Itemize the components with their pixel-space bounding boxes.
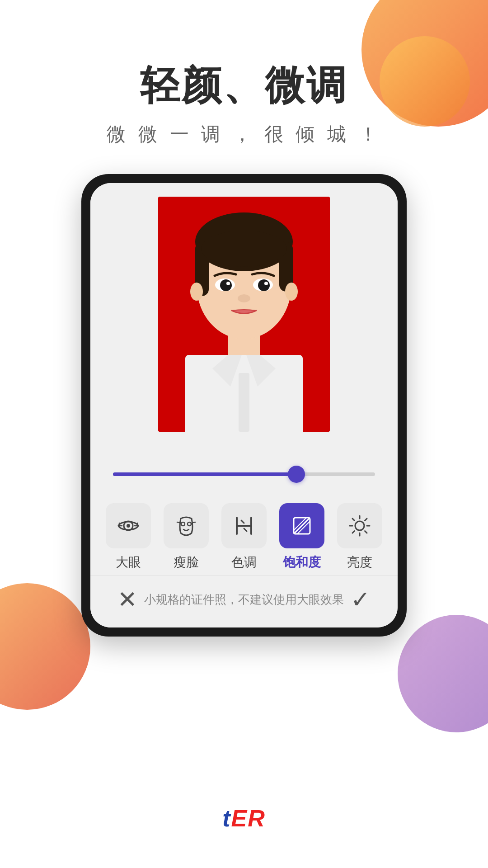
tools-row: 大眼 瘦脸 <box>90 494 398 576</box>
svg-point-23 <box>188 522 191 526</box>
svg-line-38 <box>352 519 355 521</box>
svg-line-40 <box>365 519 367 521</box>
slider-track[interactable] <box>113 472 375 476</box>
tool-label-brightness: 亮度 <box>347 554 372 571</box>
tool-icon-saturation[interactable] <box>279 503 324 548</box>
slider-fill <box>113 472 296 476</box>
phone-mockup: 大眼 瘦脸 <box>81 174 407 637</box>
svg-point-18 <box>190 283 203 301</box>
face-icon <box>174 514 198 538</box>
person-illustration <box>158 197 330 432</box>
confirm-icon: ✓ <box>351 586 371 613</box>
cancel-icon: ✕ <box>117 586 137 613</box>
photo-area <box>90 183 398 432</box>
svg-point-17 <box>238 294 250 302</box>
svg-rect-5 <box>239 373 249 432</box>
passport-photo <box>158 197 330 432</box>
tool-icon-brightness[interactable] <box>337 503 382 548</box>
tool-brightness[interactable]: 亮度 <box>331 503 389 571</box>
bottom-bar: ✕ 小规格的证件照，不建议使用大眼效果 ✓ <box>90 576 398 627</box>
cancel-button[interactable]: ✕ <box>113 585 142 614</box>
slider-thumb[interactable] <box>288 466 305 483</box>
svg-point-10 <box>201 231 287 267</box>
svg-point-13 <box>220 279 232 291</box>
tool-slim-face[interactable]: 瘦脸 <box>157 503 215 571</box>
saturation-icon <box>290 514 314 538</box>
svg-line-39 <box>365 531 367 533</box>
svg-point-14 <box>258 279 270 291</box>
tool-label-slim-face: 瘦脸 <box>174 554 199 571</box>
svg-line-30 <box>294 518 310 534</box>
tool-icon-slim-face[interactable] <box>164 503 209 548</box>
phone-frame: 大眼 瘦脸 <box>81 174 407 637</box>
header-section: 轻颜、微调 微 微 一 调 ， 很 倾 城 ！ <box>0 0 488 147</box>
main-title: 轻颜、微调 <box>0 59 488 113</box>
blob-bottom-left <box>0 583 90 710</box>
tool-big-eye[interactable]: 大眼 <box>99 503 157 571</box>
blob-bottom-right <box>398 615 488 732</box>
tool-saturation[interactable]: 饱和度 <box>273 503 331 571</box>
svg-line-27 <box>241 520 244 523</box>
svg-line-41 <box>352 531 355 533</box>
svg-point-19 <box>285 283 298 301</box>
svg-point-16 <box>264 282 268 285</box>
tool-icon-tone[interactable] <box>221 503 267 548</box>
phone-inner: 大眼 瘦脸 <box>90 183 398 627</box>
confirm-button[interactable]: ✓ <box>346 585 375 614</box>
slider-area[interactable] <box>90 450 398 494</box>
brightness-icon <box>348 514 371 538</box>
svg-point-21 <box>127 524 130 528</box>
eye-icon <box>117 514 140 538</box>
bottom-hint: 小规格的证件照，不建议使用大眼效果 <box>142 592 346 608</box>
app-brand: tER <box>222 805 266 832</box>
tone-icon <box>232 514 256 538</box>
svg-point-15 <box>226 282 230 285</box>
brand-highlight: ER <box>231 805 266 831</box>
sub-title: 微 微 一 调 ， 很 倾 城 ！ <box>0 122 488 147</box>
svg-line-28 <box>244 528 247 531</box>
tool-label-big-eye: 大眼 <box>116 554 141 571</box>
svg-point-22 <box>181 522 185 526</box>
svg-point-33 <box>355 521 364 530</box>
tool-icon-big-eye[interactable] <box>106 503 151 548</box>
tool-label-saturation: 饱和度 <box>283 554 321 571</box>
photo-spacer <box>90 432 398 450</box>
tool-label-tone: 色调 <box>231 554 257 571</box>
tool-tone[interactable]: 色调 <box>215 503 273 571</box>
